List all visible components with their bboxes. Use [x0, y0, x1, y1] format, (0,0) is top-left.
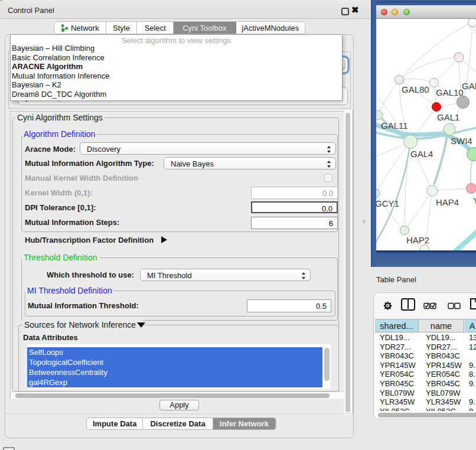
svg-text:GCY1: GCY1: [376, 198, 399, 208]
svg-text:GAL4: GAL4: [410, 149, 433, 159]
svg-text:HAP2: HAP2: [406, 235, 429, 245]
svg-text:GAL10: GAL10: [436, 87, 464, 97]
svg-text:GAL80: GAL80: [402, 84, 429, 94]
svg-text:SWI4: SWI4: [451, 136, 472, 146]
svg-text:GAL1: GAL1: [437, 112, 459, 122]
svg-text:Y: Y: [473, 195, 476, 206]
svg-text:HAP4: HAP4: [436, 197, 459, 207]
svg-text:GAL11: GAL11: [381, 120, 408, 131]
svg-text:GAL7: GAL7: [462, 81, 476, 91]
